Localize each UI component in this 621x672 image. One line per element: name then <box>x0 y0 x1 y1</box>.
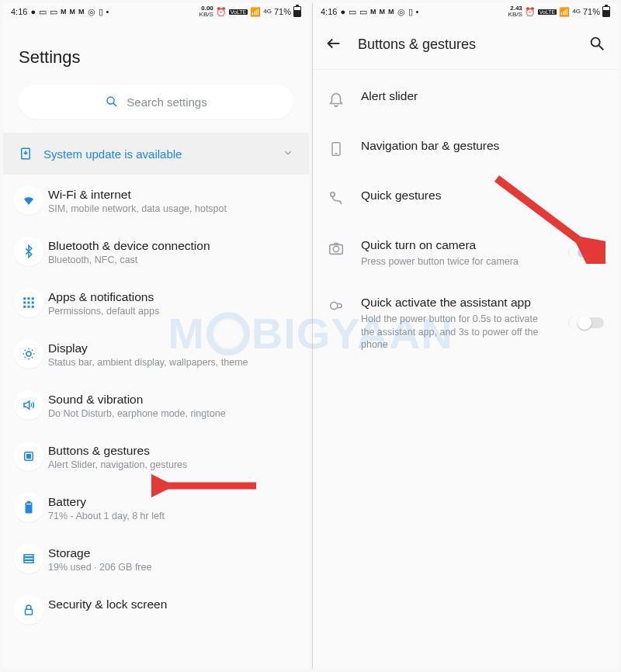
bell-icon <box>328 91 345 108</box>
svg-line-23 <box>598 45 603 50</box>
assistant-icon <box>328 297 345 314</box>
svg-rect-11 <box>32 306 34 308</box>
battery-pct: 71% <box>274 7 291 16</box>
list-title: Bluetooth & device connection <box>48 238 210 254</box>
notif-icon: ▭ <box>349 8 356 16</box>
camera-icon <box>328 240 345 257</box>
list-sub: Press power button twice for camera <box>361 255 553 268</box>
toggle-quick-camera[interactable] <box>568 245 604 259</box>
status-bar: 4:16 ● ▭ ▭ M M M ◎ ▯ • 0.00KB/S ⏰ VoLTE … <box>3 3 309 20</box>
list-sub: Bluetooth, NFC, cast <box>48 255 210 265</box>
list-sub: 71% - About 1 day, 8 hr left <box>48 511 165 521</box>
search-icon <box>105 95 119 109</box>
battery-icon <box>602 6 610 17</box>
row-sound[interactable]: Sound & vibrationDo Not Disturb, earphon… <box>3 379 309 431</box>
settings-screen: 4:16 ● ▭ ▭ M M M ◎ ▯ • 0.00KB/S ⏰ VoLTE … <box>3 3 309 669</box>
svg-point-12 <box>26 352 31 356</box>
svg-point-0 <box>107 97 114 104</box>
notif-icon: ◎ <box>88 8 95 16</box>
svg-rect-19 <box>24 560 33 563</box>
settings-list: Wi-Fi & internetSIM, mobile network, dat… <box>3 175 309 625</box>
notif-icon: M <box>370 9 376 16</box>
notif-icon: M <box>70 9 76 16</box>
notif-icon: M <box>388 9 394 16</box>
back-button[interactable] <box>325 35 342 55</box>
svg-rect-17 <box>24 555 33 557</box>
svg-rect-7 <box>28 302 30 304</box>
wifi-icon <box>22 193 36 207</box>
lock-icon <box>22 603 36 617</box>
signal-icon: 📶 <box>250 8 261 16</box>
buttons-gestures-screen: 4:16 ● ▭ ▭ M M M ◎ ▯ • 2.43KB/S ⏰ VoLTE … <box>312 3 618 669</box>
list-title: Quick turn on camera <box>361 237 553 254</box>
banner-text: System update is available <box>43 147 182 161</box>
row-alert-slider[interactable]: Alert slider <box>313 74 618 124</box>
list-sub: Do Not Disturb, earphone mode, ringtone <box>48 408 226 419</box>
list-sub: Permissions, default apps <box>48 306 159 317</box>
row-battery[interactable]: Battery71% - About 1 day, 8 hr left <box>3 482 309 533</box>
chevron-down-icon <box>283 147 293 161</box>
search-input[interactable]: Search settings <box>19 85 293 119</box>
list-title: Navigation bar & gestures <box>361 138 604 154</box>
notif-icon: M <box>61 9 67 16</box>
row-buttons-gestures[interactable]: Buttons & gesturesAlert Slider, navigati… <box>3 431 309 482</box>
speaker-icon <box>22 398 36 412</box>
svg-rect-9 <box>23 306 26 308</box>
data-rate: 2.43KB/S <box>508 5 522 18</box>
notif-icon: ▭ <box>359 8 367 16</box>
list-sub: Hold the power button for 0.5s to activa… <box>361 313 553 352</box>
signal-icon: 📶 <box>559 8 570 16</box>
page-header: Buttons & gestures <box>313 20 618 70</box>
status-time: 4:16 <box>11 8 27 16</box>
system-update-banner[interactable]: System update is available <box>3 133 309 175</box>
row-display[interactable]: DisplayStatus bar, ambient display, wall… <box>3 328 309 379</box>
page-title: Settings <box>3 20 309 85</box>
toggle-quick-assistant[interactable] <box>568 316 604 330</box>
svg-point-26 <box>331 192 335 197</box>
row-quick-gestures[interactable]: Quick gestures <box>313 174 618 223</box>
page-title: Buttons & gestures <box>358 36 573 53</box>
notif-icon: M <box>380 9 386 16</box>
alarm-icon: ⏰ <box>216 8 227 16</box>
list-sub: 19% used · 206 GB free <box>48 562 151 573</box>
row-bluetooth[interactable]: Bluetooth & device connectionBluetooth, … <box>3 226 309 277</box>
gesture-icon <box>328 190 345 207</box>
row-security[interactable]: Security & lock screen <box>3 584 309 625</box>
row-storage[interactable]: Storage19% used · 206 GB free <box>3 533 309 584</box>
list-title: Wi-Fi & internet <box>48 187 227 203</box>
notif-icon: ● <box>340 8 345 16</box>
network-type: 4G <box>263 9 272 15</box>
notif-icon: • <box>106 8 109 16</box>
row-apps[interactable]: Apps & notificationsPermissions, default… <box>3 277 309 328</box>
search-button[interactable] <box>588 35 605 55</box>
button-icon <box>22 449 36 463</box>
notif-icon: • <box>416 8 419 16</box>
volte-badge: VoLTE <box>229 9 248 15</box>
apps-icon <box>22 296 36 310</box>
network-type: 4G <box>572 9 581 15</box>
bluetooth-icon <box>22 244 36 258</box>
list-title: Alert slider <box>361 88 604 105</box>
notif-icon: ● <box>30 8 36 16</box>
row-quick-assistant[interactable]: Quick activate the assistant app Hold th… <box>313 281 618 365</box>
status-bar: 4:16 ● ▭ ▭ M M M ◎ ▯ • 2.43KB/S ⏰ VoLTE … <box>313 3 618 20</box>
phone-icon <box>328 140 344 158</box>
svg-line-1 <box>113 103 116 106</box>
notif-icon: ▭ <box>39 8 47 16</box>
list-title: Quick gestures <box>361 188 604 204</box>
row-quick-camera[interactable]: Quick turn on camera Press power button … <box>313 223 618 281</box>
svg-rect-10 <box>28 306 30 308</box>
row-navigation-bar[interactable]: Navigation bar & gestures <box>313 124 618 174</box>
battery-icon <box>22 501 36 514</box>
list-title: Apps & notifications <box>48 289 159 305</box>
download-icon <box>19 147 33 161</box>
storage-icon <box>22 552 36 566</box>
svg-rect-18 <box>24 558 33 560</box>
row-wifi[interactable]: Wi-Fi & internetSIM, mobile network, dat… <box>3 175 309 226</box>
search-placeholder: Search settings <box>127 95 206 109</box>
list-sub: SIM, mobile network, data usage, hotspot <box>48 203 227 214</box>
svg-rect-5 <box>32 297 34 300</box>
notif-icon: ▯ <box>99 8 103 16</box>
svg-rect-6 <box>23 302 26 304</box>
svg-rect-20 <box>26 609 33 615</box>
